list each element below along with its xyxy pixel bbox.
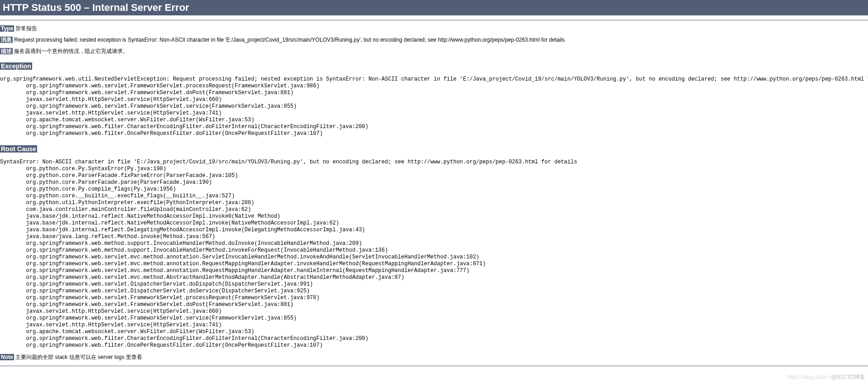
description-value: 服务器遇到一个意外的情况，阻止它完成请求。	[14, 48, 128, 54]
message-value: Request processing failed; nested except…	[14, 37, 565, 43]
type-value: 异常报告	[15, 25, 37, 32]
exception-stack: org.springframework.web.util.NestedServl…	[0, 76, 868, 137]
exception-heading: Exception	[0, 62, 32, 70]
message-label: 消息	[0, 37, 13, 43]
rootcause-heading: Root Cause	[0, 145, 37, 153]
type-label: Type	[0, 25, 14, 32]
divider-bottom	[0, 366, 868, 366]
type-line: Type 异常报告	[0, 25, 868, 33]
note-value: 主要问题的全部 stack 信息可以在 server logs 里查看	[15, 354, 142, 360]
note-line: Note 主要问题的全部 stack 信息可以在 server logs 里查看	[0, 353, 868, 361]
rootcause-stack: SyntaxError: Non-ASCII character in file…	[0, 159, 868, 349]
divider	[0, 20, 868, 20]
note-label: Note	[0, 354, 14, 360]
description-line: 描述 服务器遇到一个意外的情况，阻止它完成请求。	[0, 48, 868, 55]
message-line: 消息 Request processing failed; nested exc…	[0, 36, 868, 44]
description-label: 描述	[0, 48, 13, 54]
page-title: HTTP Status 500 – Internal Server Error	[0, 0, 868, 15]
